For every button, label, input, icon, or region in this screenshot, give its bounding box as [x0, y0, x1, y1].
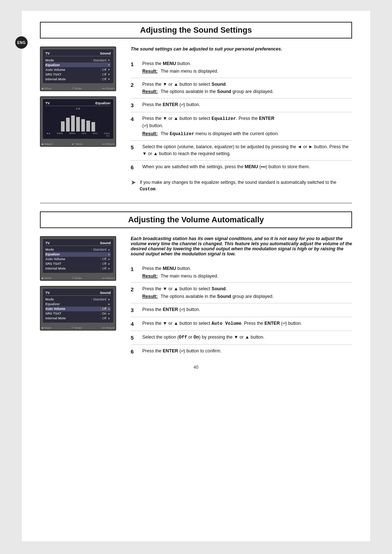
tv2-row-srs: SRS TSXT : Off ►: [45, 262, 111, 266]
tv-footer-move: ► Move: [72, 142, 83, 146]
step-6-content: When you are satisfied with the settings…: [142, 163, 352, 170]
tv-header-sound2: TV Sound: [45, 241, 111, 246]
section1-note: ➤ If you make any changes to the equaliz…: [131, 179, 352, 193]
tv2-row-eq: Equalizer ►: [45, 252, 111, 257]
step-2-result: Result: The options available in the Sou…: [142, 88, 352, 95]
tv-footer-return: ▪▪▪ Return: [102, 142, 115, 146]
tv3-footer: ◆ Move ⏎ Enter ▪▪▪ Return: [41, 325, 115, 330]
s2-step-3-number: 3: [131, 306, 137, 314]
step-4-number: 4: [131, 115, 137, 123]
s2-step-4-content: Press the ▼ or ▲ button to select Auto V…: [142, 320, 352, 327]
section1-steps: The sound settings can be adjusted to su…: [131, 46, 352, 193]
s2-step-5-content: Select the option (Off or On) by pressin…: [142, 334, 352, 341]
tv-footer-eq: ◆ Adjust ► Move ▪▪▪ Return: [41, 141, 115, 146]
tv-header-right: Sound: [100, 51, 111, 55]
step-1-content: Press the MENU button. Result: The main …: [142, 60, 352, 75]
s2-step-2: 2 Press the ▼ or ▲ button to select Soun…: [131, 283, 352, 303]
tv3-row-mute: Internal Mute : Off ►: [45, 316, 111, 321]
section2-intro: Each broadcasting station has its own si…: [131, 236, 352, 256]
step-1-result: Result: The main menu is displayed.: [142, 68, 352, 75]
s2-step-4: 4 Press the ▼ or ▲ button to select Auto…: [131, 317, 352, 331]
section2-steps-list: 1 Press the MENU button. Result: The mai…: [131, 262, 352, 358]
eng-badge: ENG: [15, 36, 28, 49]
step-3-content: Press the ENTER (⏎) button.: [142, 101, 352, 109]
step-4: 4 Press the ▼ or ▲ button to select Equa…: [131, 112, 352, 141]
section1-content: TV Sound Mode : Standard ► Equalizer ►: [40, 46, 352, 193]
tv-screen-sound: TV Sound Mode : Standard ► Equalizer ►: [40, 46, 116, 91]
eq-bar-5: [81, 119, 85, 132]
tv-screen-autovolume: TV Sound Mode : Standard ► Equalizer ►: [40, 286, 116, 331]
step-2-number: 2: [131, 81, 137, 89]
section1-steps-list: 1 Press the MENU button. Result: The mai…: [131, 57, 352, 174]
tv3-row-mode: Mode : Standard ►: [45, 297, 111, 302]
s2-step-6: 6 Press the ENTER (⏎) button to confirm.: [131, 345, 352, 358]
s2-step-1-content: Press the MENU button. Result: The main …: [142, 265, 352, 280]
s2-step-6-content: Press the ENTER (⏎) button to confirm.: [142, 348, 352, 355]
tv3-row-srs: SRS TSXT : On ►: [45, 311, 111, 316]
section2-screens: TV Sound Mode : Standard ► Equalizer ►: [40, 236, 120, 358]
step-3: 3 Press the ENTER (⏎) button.: [131, 98, 352, 112]
tv-row-mute: Internal Mute : Off ►: [45, 77, 111, 81]
eq-bar-6: [86, 121, 90, 132]
s2-step-5: 5 Select the option (Off or On) by press…: [131, 331, 352, 345]
tv-inner-sound2: TV Sound Mode : Standard ► Equalizer ►: [43, 239, 113, 273]
tv-footer-adjust: ◆ Adjust: [41, 142, 52, 146]
s2-step-6-number: 6: [131, 348, 137, 355]
step-2: 2 Press the ▼ or ▲ button to select Soun…: [131, 78, 352, 99]
step-5: 5 Select the option (volume, balance, eq…: [131, 141, 352, 161]
s2-step-3: 3 Press the ENTER (⏎) button.: [131, 303, 352, 317]
s2-step-1: 1 Press the MENU button. Result: The mai…: [131, 262, 352, 283]
section1-title: Adjusting the Sound Settings: [40, 22, 352, 39]
tv-inner-autovolume: TV Sound Mode : Standard ► Equalizer ►: [43, 289, 113, 323]
section1-intro: The sound settings can be adjusted to su…: [131, 46, 352, 52]
section2-title: Adjusting the Volume Automatically: [40, 211, 352, 228]
step-2-content: Press the ▼ or ▲ button to select Sound.…: [142, 81, 352, 96]
step-4-content: Press the ▼ or ▲ button to select Equali…: [142, 115, 352, 137]
step-1: 1 Press the MENU button. Result: The mai…: [131, 57, 352, 78]
eq-bar-7: [91, 122, 95, 132]
eq-bar-4: [76, 117, 80, 132]
s2-step-2-content: Press the ▼ or ▲ button to select Sound.…: [142, 286, 352, 300]
eq-top-label: 0 R: [45, 108, 111, 110]
eq-bars: [45, 112, 111, 132]
eq-freq-labels: ◄▲ 100Hz 300Hz 1kHz 3kHz 10kHz: [45, 132, 111, 134]
page-number: 40: [40, 365, 352, 370]
tv-row-srs: SRS TSXT : Off ►: [45, 72, 111, 77]
step-6-number: 6: [131, 163, 137, 171]
tv-footer-return: ▪▪▪ Return: [102, 87, 115, 90]
step-5-number: 5: [131, 143, 137, 151]
s2-step-5-number: 5: [131, 334, 137, 341]
page: ENG Adjusting the Sound Settings TV Soun…: [22, 11, 370, 541]
s2-step-2-number: 2: [131, 286, 137, 293]
tv2-row-auto: Auto Volume : Off ►: [45, 257, 111, 262]
tv2-row-mode: Mode : Standard ►: [45, 247, 111, 252]
tv-screen-equalizer: TV Equalizer 0 R: [40, 96, 116, 147]
step-5-content: Select the option (volume, balance, equa…: [142, 143, 352, 157]
step-3-number: 3: [131, 101, 137, 109]
tv-header-sound: TV Sound: [45, 51, 111, 56]
tv-header-left: TV: [45, 51, 50, 55]
tv-footer-move: ◆ Move: [41, 87, 52, 90]
tv3-row-auto: Auto Volume : Off ►: [45, 307, 111, 311]
section1-screens: TV Sound Mode : Standard ► Equalizer ►: [40, 46, 120, 193]
tv2-footer-sound: ◆ Move ⏎ Enter ▪▪▪ Return: [41, 275, 115, 280]
tv-inner-equalizer: TV Equalizer 0 R: [43, 99, 113, 139]
tv3-header: TV Sound: [45, 291, 111, 296]
tv-row-autovolume: Auto Volume : Off ►: [45, 67, 111, 72]
tv2-row-mute: Internal Mute : Off ►: [45, 266, 111, 271]
s2-step-1-number: 1: [131, 265, 137, 273]
step-6: 6 When you are satisfied with the settin…: [131, 161, 352, 174]
eq-bar-3: [71, 116, 75, 132]
tv-row-mode: Mode : Standard ►: [45, 58, 111, 62]
tv-eq-right: Equalizer: [95, 101, 111, 105]
tv3-row-eq: Equalizer ►: [45, 302, 111, 307]
tv-row-equalizer: Equalizer ►: [45, 62, 111, 67]
tv-footer-sound: ◆ Move ⏎ Enter ▪▪▪ Return: [41, 85, 115, 90]
s2-step-3-content: Press the ENTER (⏎) button.: [142, 306, 352, 314]
tv-screen-sound2: TV Sound Mode : Standard ► Equalizer ►: [40, 236, 116, 281]
tv-footer-enter: ⏎ Enter: [72, 87, 82, 90]
section-divider: [40, 203, 352, 203]
step-1-number: 1: [131, 60, 137, 68]
section2-content: TV Sound Mode : Standard ► Equalizer ►: [40, 236, 352, 358]
note-text: If you make any changes to the equalizer…: [140, 179, 352, 193]
